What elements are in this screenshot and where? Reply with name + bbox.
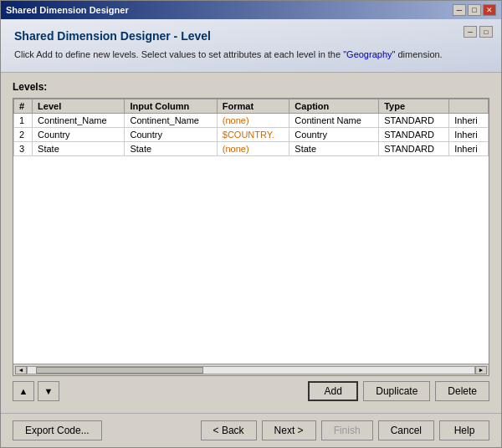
maximize-icon: □ (472, 6, 476, 14)
table-header-row: # Level Input Column Format Caption Type (14, 99, 489, 113)
scroll-left-button[interactable]: ◄ (15, 366, 27, 374)
col-header-num: # (14, 99, 33, 113)
cell-caption: State (289, 141, 379, 155)
levels-label: Levels: (13, 81, 489, 93)
help-button[interactable]: Help (439, 420, 489, 440)
window-title: Shared Dimension Designer (6, 5, 129, 15)
col-header-type: Type (379, 99, 449, 113)
col-header-extra (449, 99, 489, 113)
cell-type: STANDARD (379, 141, 449, 155)
footer-left: Export Code... (13, 420, 102, 440)
close-button[interactable]: ✕ (483, 4, 496, 16)
table-container: # Level Input Column Format Caption Type… (13, 98, 489, 377)
cell-format: (none) (217, 141, 289, 155)
cell-type: STANDARD (379, 127, 449, 141)
close-icon: ✕ (486, 6, 493, 14)
add-button[interactable]: Add (308, 381, 358, 401)
table-row[interactable]: 1Continent_NameContinent_Name(none)Conti… (14, 113, 489, 127)
cell-num: 1 (14, 113, 33, 127)
finish-button[interactable]: Finish (321, 420, 373, 440)
horizontal-scrollbar[interactable] (27, 366, 475, 374)
up-arrow-icon: ▲ (19, 386, 28, 396)
cell-extra: Inheri (449, 127, 489, 141)
minimize-button[interactable]: ─ (453, 4, 466, 16)
cell-level: Continent_Name (33, 113, 125, 127)
delete-button[interactable]: Delete (435, 381, 489, 401)
main-content: Levels: # Level Input Column Format Capt… (1, 73, 501, 414)
title-bar-controls: ─ □ ✕ (453, 4, 496, 16)
export-code-button[interactable]: Export Code... (13, 420, 102, 440)
scroll-right-icon: ► (479, 367, 484, 373)
scroll-left-icon: ◄ (18, 367, 24, 373)
maximize-button[interactable]: □ (468, 4, 481, 16)
cell-format: (none) (217, 113, 289, 127)
duplicate-button[interactable]: Duplicate (363, 381, 430, 401)
cell-caption: Continent Name (289, 113, 379, 127)
cell-input-column: State (125, 141, 217, 155)
footer-right: < Back Next > Finish Cancel Help (201, 420, 489, 440)
cell-num: 3 (14, 141, 33, 155)
cell-level: Country (33, 127, 125, 141)
title-bar: Shared Dimension Designer ─ □ ✕ (1, 1, 501, 19)
footer: Export Code... < Back Next > Finish Canc… (1, 413, 501, 447)
reorder-buttons: ▲ ▼ (13, 381, 59, 401)
cell-format: $COUNTRY. (217, 127, 289, 141)
scrollbar-area: ◄ ► (13, 364, 489, 375)
cell-extra: Inheri (449, 141, 489, 155)
table-row[interactable]: 3StateState(none)StateSTANDARDInheri (14, 141, 489, 155)
table-row[interactable]: 2CountryCountry$COUNTRY.CountrySTANDARDI… (14, 127, 489, 141)
move-up-button[interactable]: ▲ (13, 381, 34, 401)
cell-num: 2 (14, 127, 33, 141)
cell-type: STANDARD (379, 113, 449, 127)
next-button[interactable]: Next > (262, 420, 316, 440)
crud-buttons: Add Duplicate Delete (308, 381, 489, 401)
scroll-right-button[interactable]: ► (475, 366, 487, 374)
col-header-format: Format (217, 99, 289, 113)
back-button[interactable]: < Back (201, 420, 257, 440)
header-icons: ─ □ (464, 26, 493, 38)
header-maximize-button[interactable]: □ (479, 26, 493, 38)
cell-input-column: Continent_Name (125, 113, 217, 127)
header-minimize-button[interactable]: ─ (464, 26, 477, 38)
move-down-button[interactable]: ▼ (38, 381, 59, 401)
minimize-icon: ─ (457, 6, 462, 14)
cell-input-column: Country (125, 127, 217, 141)
table-actions: ▲ ▼ Add Duplicate Delete (13, 376, 489, 405)
cell-caption: Country (289, 127, 379, 141)
down-arrow-icon: ▼ (44, 386, 54, 396)
cell-extra: Inheri (449, 113, 489, 127)
header-desc-part1: Click Add to define new levels. Select v… (14, 49, 343, 59)
col-header-level: Level (33, 99, 125, 113)
header-title: Shared Dimension Designer - Level (14, 29, 488, 43)
scrollbar-thumb[interactable] (36, 367, 203, 374)
header-description: Click Add to define new levels. Select v… (14, 48, 488, 62)
col-header-caption: Caption (289, 99, 379, 113)
levels-table: # Level Input Column Format Caption Type… (13, 99, 489, 156)
cell-level: State (33, 141, 125, 155)
main-window: Shared Dimension Designer ─ □ ✕ ─ □ Shar… (0, 0, 502, 448)
col-header-input-column: Input Column (125, 99, 217, 113)
header-desc-part2: dimension. (395, 49, 442, 59)
header-panel: ─ □ Shared Dimension Designer - Level Cl… (1, 19, 501, 73)
table-scroll-area[interactable]: # Level Input Column Format Caption Type… (13, 99, 489, 364)
cancel-button[interactable]: Cancel (378, 420, 434, 440)
dimension-name: "Geography" (343, 49, 395, 59)
